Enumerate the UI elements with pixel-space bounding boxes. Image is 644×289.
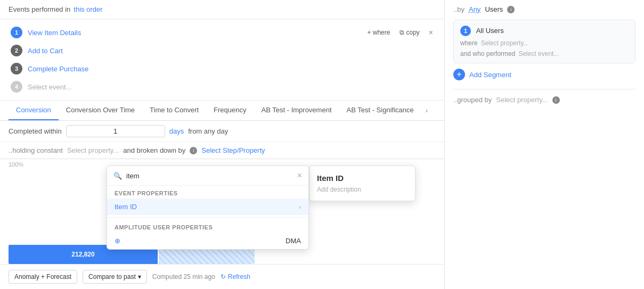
any-select[interactable]: Any bbox=[469, 5, 480, 13]
holding-row: ..holding constant Select property... an… bbox=[0, 142, 444, 159]
refresh-label: Refresh bbox=[228, 273, 250, 280]
event-number-2: 2 bbox=[11, 45, 22, 56]
dropdown-item-dma[interactable]: ⊕ DMA bbox=[107, 233, 308, 249]
where-property-select[interactable]: Select property... bbox=[481, 39, 529, 47]
tab-time-to-convert[interactable]: Time to Convert bbox=[142, 101, 206, 120]
select-step-select[interactable]: Select Step/Property bbox=[201, 146, 265, 154]
add-segment-row: + Add Segment bbox=[453, 69, 635, 80]
events-header: Events performed in this order bbox=[0, 0, 444, 19]
holding-label: ..holding constant bbox=[9, 146, 63, 154]
tab-ab-significance[interactable]: AB Test - Significance bbox=[339, 101, 421, 120]
event-name-4[interactable]: Select event... bbox=[28, 83, 71, 91]
dropdown-search-row: 🔍 × bbox=[107, 166, 308, 186]
anomaly-forecast-button[interactable]: Anomaly + Forecast bbox=[9, 270, 77, 284]
event-item-2: 2 Add to Cart bbox=[9, 42, 436, 60]
tab-conversion[interactable]: Conversion bbox=[9, 101, 59, 120]
holding-property-select[interactable]: Select property... bbox=[67, 146, 119, 154]
where-label: where bbox=[460, 39, 478, 47]
event-number-4: 4 bbox=[11, 81, 22, 93]
dma-label: DMA bbox=[286, 237, 301, 245]
grouped-property-select[interactable]: Select property... bbox=[496, 96, 548, 104]
event-item-4: 4 Select event... bbox=[9, 78, 436, 96]
where-button-1[interactable]: + where bbox=[364, 28, 393, 37]
event-item-1: 1 View Item Details + where ⧉ copy × bbox=[9, 23, 436, 42]
dropdown-clear-button[interactable]: × bbox=[297, 171, 302, 180]
by-row: ..by Any Users i bbox=[453, 5, 635, 13]
event-list: 1 View Item Details + where ⧉ copy × 2 A… bbox=[0, 19, 444, 101]
event-properties-label: Event Properties bbox=[107, 186, 308, 199]
event-item-3: 3 Complete Purchase bbox=[9, 60, 436, 78]
who-event-select[interactable]: Select event... bbox=[518, 50, 559, 57]
item-id-label: Item ID bbox=[115, 203, 137, 211]
tabs-section: Conversion Conversion Over Time Time to … bbox=[0, 101, 444, 159]
completed-within-label: Completed within bbox=[9, 127, 62, 135]
info-icon-broken[interactable]: i bbox=[190, 147, 197, 154]
events-prefix: Events performed in bbox=[9, 5, 70, 13]
users-info-icon[interactable]: i bbox=[507, 6, 515, 13]
tab-ab-improvement[interactable]: AB Test - Improvement bbox=[254, 101, 339, 120]
chevron-down-icon: ▾ bbox=[138, 273, 141, 280]
dropdown-search-input[interactable] bbox=[126, 172, 293, 180]
days-select[interactable]: days bbox=[169, 127, 184, 135]
dropdown-item-item-id[interactable]: Item ID › bbox=[107, 199, 308, 215]
segment-header: 1 All Users bbox=[460, 26, 629, 36]
by-label: ..by bbox=[453, 5, 464, 13]
segment-where-row: where Select property... bbox=[460, 39, 629, 47]
who-label: and who performed bbox=[460, 50, 515, 57]
copy-button-1[interactable]: ⧉ copy bbox=[396, 28, 422, 37]
add-segment-label[interactable]: Add Segment bbox=[469, 71, 511, 79]
days-value-input[interactable] bbox=[66, 125, 165, 137]
event-name-1[interactable]: View Item Details bbox=[28, 29, 81, 37]
item-id-description[interactable]: Add description bbox=[317, 186, 407, 193]
and-broken-label: and broken down by bbox=[123, 146, 185, 154]
segment-number-1: 1 bbox=[460, 26, 471, 36]
left-panel: Events performed in this order 1 View It… bbox=[0, 0, 445, 289]
users-label: Users bbox=[485, 5, 503, 13]
item-id-panel: Item ID Add description bbox=[309, 166, 415, 201]
event-actions-1: + where ⧉ copy × bbox=[364, 27, 436, 38]
tab-more[interactable]: › bbox=[421, 101, 432, 120]
compare-past-button[interactable]: Compare to past ▾ bbox=[83, 270, 147, 284]
dropdown-divider bbox=[107, 217, 308, 218]
divider bbox=[453, 89, 635, 89]
event-number-1: 1 bbox=[11, 27, 22, 38]
tab-frequency[interactable]: Frequency bbox=[206, 101, 254, 120]
chevron-right-icon: › bbox=[299, 203, 301, 211]
this-order-link[interactable]: this order bbox=[74, 5, 102, 13]
item-id-title: Item ID bbox=[317, 174, 407, 183]
app-layout: Events performed in this order 1 View It… bbox=[0, 0, 644, 289]
add-segment-button[interactable]: + bbox=[453, 69, 465, 80]
grouped-by-row: ..grouped by Select property... i bbox=[453, 96, 635, 104]
grouped-info-icon[interactable]: i bbox=[552, 96, 560, 104]
refresh-button[interactable]: ↻ Refresh bbox=[221, 273, 250, 280]
segment-box-1: 1 All Users where Select property... and… bbox=[453, 20, 635, 63]
filter-row: Completed within days from any day bbox=[0, 121, 444, 142]
bottom-bar: Anomaly + Forecast Compare to past ▾ Com… bbox=[0, 264, 444, 289]
close-button-1[interactable]: × bbox=[426, 27, 436, 38]
event-name-2[interactable]: Add to Cart bbox=[28, 47, 63, 55]
computed-text: Computed 25 min ago bbox=[152, 273, 215, 280]
copy-icon: ⧉ bbox=[400, 29, 404, 36]
event-number-3: 3 bbox=[11, 63, 22, 75]
compare-label: Compare to past bbox=[88, 273, 136, 280]
refresh-icon: ↻ bbox=[221, 273, 226, 280]
grouped-label: ..grouped by bbox=[453, 96, 492, 104]
right-panel: ..by Any Users i 1 All Users where Selec… bbox=[445, 0, 644, 289]
property-dropdown: 🔍 × Event Properties Item ID › Amplitude… bbox=[107, 166, 309, 250]
search-icon: 🔍 bbox=[113, 172, 122, 180]
tabs-bar: Conversion Conversion Over Time Time to … bbox=[0, 101, 444, 121]
event-name-3[interactable]: Complete Purchase bbox=[28, 65, 88, 73]
dma-icon: ⊕ bbox=[115, 237, 120, 245]
bar-value: 212,820 bbox=[71, 251, 94, 258]
percent-label: 100% bbox=[9, 161, 23, 168]
amplitude-user-properties-label: Amplitude User Properties bbox=[107, 220, 308, 233]
tab-conversion-over-time[interactable]: Conversion Over Time bbox=[59, 101, 142, 120]
from-label: from any day bbox=[188, 127, 228, 135]
segment-who-row: and who performed Select event... bbox=[460, 50, 629, 57]
segment-title-1: All Users bbox=[476, 27, 504, 35]
